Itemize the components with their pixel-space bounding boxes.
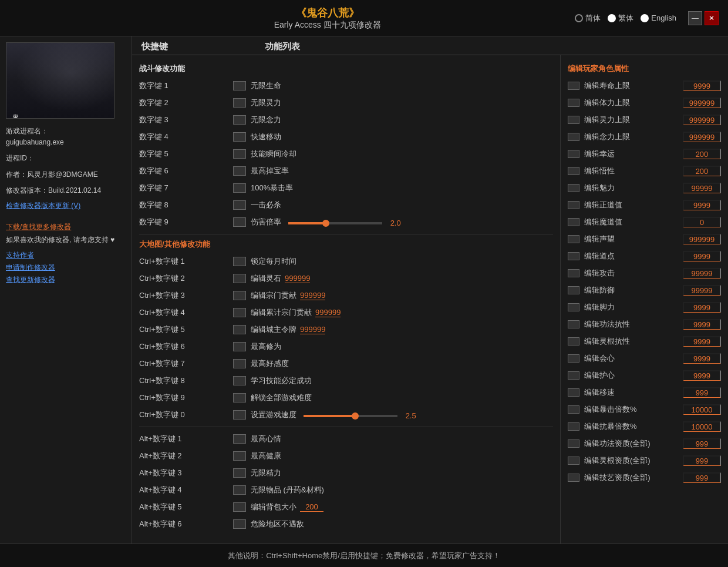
- edit-input-13[interactable]: [683, 302, 721, 313]
- edit-input-4[interactable]: [683, 149, 721, 159]
- edit-toggle-21[interactable]: [568, 439, 579, 448]
- lingshi-value[interactable]: 999999: [285, 274, 310, 283]
- toggle-8[interactable]: [233, 200, 246, 210]
- minimize-button[interactable]: —: [688, 11, 702, 25]
- lang-option-fanti[interactable]: 繁体: [608, 13, 633, 24]
- toggle-alt3[interactable]: [233, 468, 246, 478]
- bag-size-value[interactable]: 200: [300, 502, 323, 512]
- edit-input-15[interactable]: [683, 336, 721, 347]
- edit-toggle-11[interactable]: [568, 269, 579, 277]
- edit-input-11[interactable]: [683, 268, 721, 279]
- zongmen-value[interactable]: 999999: [300, 291, 325, 300]
- toggle-alt1[interactable]: [233, 434, 246, 444]
- edit-label-20: 编辑抗暴倍数%: [584, 421, 683, 432]
- damage-slider-thumb[interactable]: [322, 220, 329, 227]
- download-link[interactable]: 下载/查找更多修改器: [6, 222, 126, 232]
- toggle-3[interactable]: [233, 115, 246, 125]
- edit-toggle-23[interactable]: [568, 474, 579, 482]
- edit-input-10[interactable]: [683, 251, 721, 261]
- edit-input-7[interactable]: [683, 200, 721, 210]
- edit-toggle-8[interactable]: [568, 218, 579, 226]
- edit-toggle-7[interactable]: [568, 201, 579, 209]
- toggle-alt6[interactable]: [233, 519, 246, 529]
- edit-input-9[interactable]: [683, 234, 721, 244]
- feat-alt2: 最高健康: [251, 451, 553, 461]
- damage-slider-track[interactable]: [288, 222, 382, 224]
- toggle-alt4[interactable]: [233, 485, 246, 495]
- toggle-ctrl5[interactable]: [233, 325, 246, 334]
- update-link[interactable]: 查找更新修改器: [6, 275, 126, 285]
- edit-row-6: 编辑魅力: [568, 181, 721, 195]
- edit-toggle-17[interactable]: [568, 371, 579, 380]
- edit-toggle-13[interactable]: [568, 303, 579, 311]
- toggle-7[interactable]: [233, 183, 246, 193]
- edit-input-20[interactable]: [683, 421, 721, 432]
- toggle-4[interactable]: [233, 132, 246, 142]
- lang-option-jianiti[interactable]: 简体: [575, 13, 601, 24]
- chengzhu-value[interactable]: 999999: [300, 325, 325, 334]
- edit-input-8[interactable]: [683, 217, 721, 227]
- speed-slider-track[interactable]: [304, 415, 397, 417]
- toggle-9[interactable]: [233, 217, 246, 227]
- edit-input-17[interactable]: [683, 370, 721, 381]
- toggle-ctrl1[interactable]: [233, 257, 246, 266]
- edit-toggle-5[interactable]: [568, 167, 579, 175]
- edit-toggle-9[interactable]: [568, 235, 579, 243]
- edit-toggle-3[interactable]: [568, 133, 579, 141]
- edit-input-12[interactable]: [683, 285, 721, 296]
- alt-row-2: Alt+数字键 2 最高健康: [139, 449, 553, 463]
- edit-input-6[interactable]: [683, 183, 721, 193]
- edit-input-1[interactable]: [683, 98, 721, 108]
- toggle-ctrl8[interactable]: [233, 376, 246, 385]
- combat-row-8: 数字键 8 一击必杀: [139, 198, 553, 212]
- speed-slider-thumb[interactable]: [352, 412, 359, 420]
- toggle-ctrl7[interactable]: [233, 359, 246, 368]
- support-author-link[interactable]: 支持作者: [6, 250, 126, 260]
- edit-input-5[interactable]: [683, 166, 721, 176]
- toggle-ctrl0[interactable]: [233, 410, 246, 420]
- edit-input-21[interactable]: [683, 438, 721, 449]
- edit-toggle-10[interactable]: [568, 252, 579, 260]
- toggle-alt5[interactable]: [233, 502, 246, 512]
- edit-label-0: 编辑寿命上限: [584, 80, 683, 91]
- zongmen-cum-value[interactable]: 999999: [315, 308, 341, 317]
- toggle-alt2[interactable]: [233, 451, 246, 461]
- edit-toggle-20[interactable]: [568, 422, 579, 431]
- edit-input-16[interactable]: [683, 353, 721, 364]
- edit-input-19[interactable]: [683, 404, 721, 415]
- toggle-6[interactable]: [233, 166, 246, 176]
- edit-input-14[interactable]: [683, 319, 721, 330]
- edit-toggle-18[interactable]: [568, 388, 579, 397]
- edit-toggle-15[interactable]: [568, 337, 579, 345]
- edit-toggle-19[interactable]: [568, 405, 579, 414]
- toggle-5[interactable]: [233, 149, 246, 159]
- edit-toggle-0[interactable]: [568, 82, 579, 90]
- toggle-ctrl6[interactable]: [233, 342, 246, 351]
- edit-toggle-14[interactable]: [568, 320, 579, 328]
- edit-toggle-4[interactable]: [568, 150, 579, 158]
- toggle-ctrl3[interactable]: [233, 291, 246, 300]
- edit-input-2[interactable]: [683, 115, 721, 125]
- edit-toggle-16[interactable]: [568, 354, 579, 363]
- edit-toggle-1[interactable]: [568, 99, 579, 107]
- edit-toggle-2[interactable]: [568, 116, 579, 124]
- toggle-2[interactable]: [233, 98, 246, 108]
- request-link[interactable]: 申请制作修改器: [6, 263, 126, 273]
- toggle-1[interactable]: [233, 81, 246, 90]
- edit-input-22[interactable]: [683, 455, 721, 466]
- edit-input-3[interactable]: [683, 132, 721, 142]
- toggle-ctrl9[interactable]: [233, 393, 246, 402]
- edit-input-0[interactable]: [683, 80, 721, 91]
- edit-toggle-22[interactable]: [568, 457, 579, 465]
- map-row-3: Ctrl+数字键 3 编辑宗门贡献 999999: [139, 288, 553, 303]
- lang-option-english[interactable]: English: [641, 14, 676, 22]
- edit-input-18[interactable]: [683, 387, 721, 398]
- edit-toggle-12[interactable]: [568, 286, 579, 294]
- close-button[interactable]: ✕: [705, 11, 719, 25]
- edit-input-23[interactable]: [683, 472, 721, 483]
- check-update-link[interactable]: 检查修改器版本更新 (V): [6, 201, 126, 211]
- toggle-ctrl2[interactable]: [233, 274, 246, 283]
- feat-ctrl4: 编辑累计宗门贡献 999999: [251, 307, 553, 318]
- edit-toggle-6[interactable]: [568, 184, 579, 192]
- toggle-ctrl4[interactable]: [233, 308, 246, 317]
